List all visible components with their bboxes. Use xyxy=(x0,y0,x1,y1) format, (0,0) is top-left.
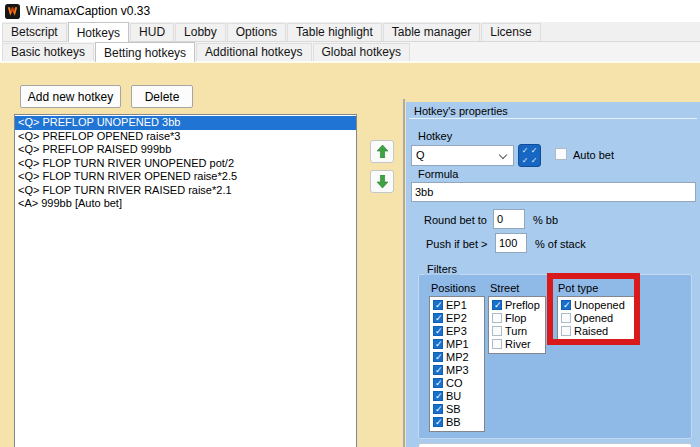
tab-options[interactable]: Options xyxy=(227,23,286,41)
main-tab-bar: BetscriptHotkeysHUDLobbyOptionsTable hig… xyxy=(2,22,700,42)
filter-option-label: BB xyxy=(446,416,461,428)
filter-option-label: EP3 xyxy=(446,325,467,337)
filter-list-positions: EP1EP2EP3MP1MP2MP3COBUSBBB xyxy=(429,296,485,432)
chevron-down-icon xyxy=(499,151,507,159)
filter-option-mp1[interactable]: MP1 xyxy=(430,337,484,350)
add-new-hotkey-button[interactable]: Add new hotkey xyxy=(20,85,121,108)
tab-table-manager[interactable]: Table manager xyxy=(383,23,480,41)
move-up-button[interactable] xyxy=(370,140,394,163)
river-checkbox[interactable] xyxy=(492,339,502,349)
hotkey-list[interactable]: <Q> PREFLOP UNOPENED 3bb<Q> PREFLOP OPEN… xyxy=(14,114,357,447)
tab-hotkeys[interactable]: Hotkeys xyxy=(68,22,129,42)
filter-option-bb[interactable]: BB xyxy=(430,415,484,428)
hotkey-select[interactable]: Q xyxy=(411,145,514,166)
preflop-checkbox[interactable] xyxy=(492,300,502,310)
filter-option-label: MP3 xyxy=(446,364,469,376)
filter-option-label: EP2 xyxy=(446,312,467,324)
title-bar: WinamaxCaption v0.33 xyxy=(0,0,700,22)
properties-group-title: Hotkey's properties xyxy=(411,105,511,117)
tab-table-highlight[interactable]: Table highlight xyxy=(287,23,382,41)
mp1-checkbox[interactable] xyxy=(433,339,443,349)
hotkey-list-item[interactable]: <Q> PREFLOP RAISED 999bb xyxy=(15,143,356,157)
groupbox-border xyxy=(409,118,697,119)
filter-list-street: PreflopFlopTurnRiver xyxy=(488,296,546,354)
filter-option-mp2[interactable]: MP2 xyxy=(430,350,484,363)
push-if-bet-label: Push if bet > xyxy=(426,238,487,250)
mp2-checkbox[interactable] xyxy=(433,352,443,362)
filter-option-label: CO xyxy=(446,377,463,389)
check-icon xyxy=(521,156,530,165)
delete-hotkey-button[interactable]: Delete xyxy=(131,85,193,108)
filter-option-bu[interactable]: BU xyxy=(430,389,484,402)
subtab-betting-hotkeys[interactable]: Betting hotkeys xyxy=(95,42,195,62)
subtab-global-hotkeys[interactable]: Global hotkeys xyxy=(313,43,410,61)
formula-input[interactable] xyxy=(411,182,696,202)
ep2-checkbox[interactable] xyxy=(433,313,443,323)
filter-option-label: Flop xyxy=(505,312,526,324)
formula-label: Formula xyxy=(418,168,458,180)
hotkey-selected-value: Q xyxy=(416,149,425,161)
filter-option-label: SB xyxy=(446,403,461,415)
auto-bet-label: Auto bet xyxy=(573,149,614,161)
hotkey-list-item[interactable]: <Q> PREFLOP UNOPENED 3bb xyxy=(15,116,356,130)
filter-option-turn[interactable]: Turn xyxy=(489,324,545,337)
filter-header-positions: Positions xyxy=(431,282,476,294)
sub-tab-bar: Basic hotkeysBetting hotkeysAdditional h… xyxy=(2,42,700,61)
hotkey-list-item[interactable]: <Q> PREFLOP OPENED raise*3 xyxy=(15,130,356,144)
window-title: WinamaxCaption v0.33 xyxy=(26,4,150,18)
capture-key-button[interactable] xyxy=(518,144,541,167)
filters-group-title: Filters xyxy=(424,263,460,275)
winamax-logo-icon xyxy=(5,4,20,19)
round-bet-label: Round bet to xyxy=(424,214,487,226)
red-highlight-annotation xyxy=(547,273,640,345)
round-bet-input[interactable] xyxy=(493,209,525,229)
bb-checkbox[interactable] xyxy=(433,417,443,427)
tab-betscript[interactable]: Betscript xyxy=(2,23,67,41)
filter-option-co[interactable]: CO xyxy=(430,376,484,389)
mp3-checkbox[interactable] xyxy=(433,365,443,375)
push-if-bet-suffix: % of stack xyxy=(535,238,586,250)
down-arrow-icon xyxy=(377,175,388,188)
tab-hud[interactable]: HUD xyxy=(130,23,174,41)
subtab-additional-hotkeys[interactable]: Additional hotkeys xyxy=(196,43,311,61)
filter-header-street: Street xyxy=(490,282,519,294)
flop-checkbox[interactable] xyxy=(492,313,502,323)
filter-option-mp3[interactable]: MP3 xyxy=(430,363,484,376)
filter-option-sb[interactable]: SB xyxy=(430,402,484,415)
filter-option-label: Preflop xyxy=(505,299,540,311)
filter-option-ep2[interactable]: EP2 xyxy=(430,311,484,324)
move-down-button[interactable] xyxy=(370,170,394,193)
filter-option-ep3[interactable]: EP3 xyxy=(430,324,484,337)
sb-checkbox[interactable] xyxy=(433,404,443,414)
filter-option-flop[interactable]: Flop xyxy=(489,311,545,324)
ep1-checkbox[interactable] xyxy=(433,300,443,310)
filter-option-river[interactable]: River xyxy=(489,337,545,350)
hotkey-list-item[interactable]: <Q> FLOP TURN RIVER OPENED raise*2.5 xyxy=(15,170,356,184)
filter-option-label: EP1 xyxy=(446,299,467,311)
filter-option-label: Turn xyxy=(505,325,527,337)
round-bet-suffix: % bb xyxy=(533,214,558,226)
turn-checkbox[interactable] xyxy=(492,326,502,336)
co-checkbox[interactable] xyxy=(433,378,443,388)
subtab-basic-hotkeys[interactable]: Basic hotkeys xyxy=(2,43,94,61)
hotkey-list-item[interactable]: <Q> FLOP TURN RIVER RAISED raise*2.1 xyxy=(15,184,356,198)
hotkey-list-item[interactable]: <Q> FLOP TURN RIVER UNOPENED pot/2 xyxy=(15,157,356,171)
check-icon xyxy=(521,146,530,155)
filter-option-ep1[interactable]: EP1 xyxy=(430,298,484,311)
bu-checkbox[interactable] xyxy=(433,391,443,401)
filter-option-label: MP2 xyxy=(446,351,469,363)
tab-lobby[interactable]: Lobby xyxy=(175,23,226,41)
betting-hotkeys-page: Add new hotkey Delete <Q> PREFLOP UNOPEN… xyxy=(0,61,700,447)
filter-option-label: MP1 xyxy=(446,338,469,350)
push-if-bet-input[interactable] xyxy=(495,233,527,253)
auto-bet-checkbox[interactable] xyxy=(555,148,567,160)
hotkey-label: Hotkey xyxy=(418,130,452,142)
filter-option-preflop[interactable]: Preflop xyxy=(489,298,545,311)
clipped-bottom-groupbox xyxy=(418,443,692,447)
check-icon xyxy=(530,156,539,165)
tab-license[interactable]: License xyxy=(481,23,540,41)
up-arrow-icon xyxy=(377,145,388,158)
hotkey-list-item[interactable]: <A> 999bb [Auto bet] xyxy=(15,197,356,211)
panel-splitter[interactable] xyxy=(403,99,405,447)
ep3-checkbox[interactable] xyxy=(433,326,443,336)
